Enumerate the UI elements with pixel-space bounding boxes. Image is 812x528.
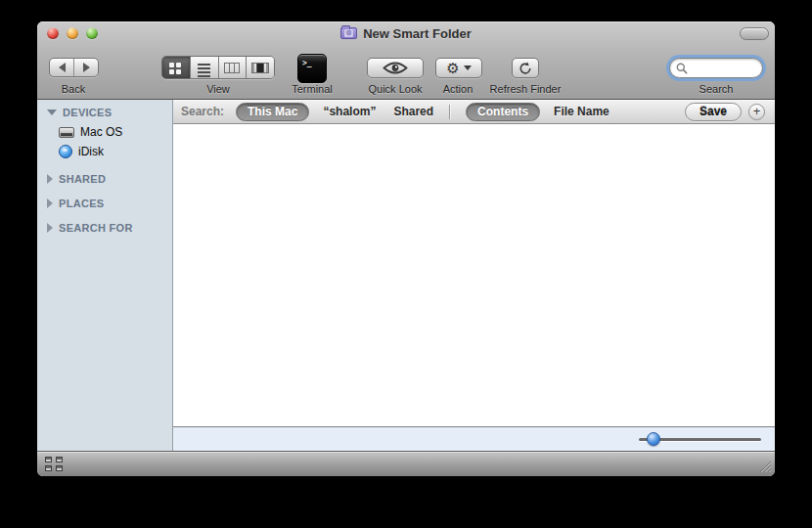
list-view-icon xyxy=(198,64,210,66)
quick-look-button[interactable] xyxy=(367,58,424,78)
chevron-down-icon xyxy=(464,66,472,70)
search-input[interactable] xyxy=(692,63,756,74)
sidebar-section-places[interactable]: PLACES xyxy=(47,198,104,209)
sidebar-item-mac-os[interactable]: Mac OS xyxy=(59,125,122,139)
gear-icon: ⚙ xyxy=(446,61,459,75)
back-button[interactable] xyxy=(50,59,73,76)
scope-shalom-button[interactable]: “shalom” xyxy=(323,105,376,118)
sidebar-section-shared[interactable]: SHARED xyxy=(47,173,106,185)
refresh-finder-label: Refresh Finder xyxy=(490,83,562,95)
finder-window: ⚙ New Smart Folder Back View >_ Terminal xyxy=(37,22,775,476)
back-arrow-icon xyxy=(59,63,66,72)
forward-arrow-icon xyxy=(83,63,90,72)
list-view-button[interactable] xyxy=(190,57,218,78)
window-title: New Smart Folder xyxy=(363,26,472,41)
smart-folder-icon: ⚙ xyxy=(340,27,357,39)
eye-icon xyxy=(383,62,408,74)
search-results-pane[interactable] xyxy=(173,124,775,426)
sidebar-section-label: SEARCH FOR xyxy=(59,222,133,234)
coverflow-view-icon xyxy=(251,63,269,73)
coverflow-view-button[interactable] xyxy=(246,57,274,78)
view-label: View xyxy=(206,83,230,95)
terminal-button[interactable]: >_ xyxy=(297,54,327,83)
forward-button[interactable] xyxy=(73,59,98,76)
icon-size-slider-track[interactable] xyxy=(639,438,761,441)
gear-emblem-icon: ⚙ xyxy=(344,29,353,37)
resize-handle[interactable] xyxy=(758,460,772,473)
column-view-icon xyxy=(224,63,240,73)
title-group: ⚙ New Smart Folder xyxy=(37,22,775,45)
sidebar-section-label: PLACES xyxy=(59,198,104,209)
back-forward-group xyxy=(49,58,99,77)
refresh-icon xyxy=(519,62,532,75)
add-criteria-button[interactable]: + xyxy=(748,104,765,120)
search-scope-bar: Search: This Mac “shalom” Shared Content… xyxy=(173,100,775,124)
grid-square-icon xyxy=(56,465,63,471)
disclosure-triangle-icon[interactable] xyxy=(47,198,53,208)
terminal-label: Terminal xyxy=(292,83,333,95)
grid-square-icon xyxy=(56,457,63,462)
idisk-icon xyxy=(59,145,72,158)
icon-grid-widget[interactable] xyxy=(45,457,65,471)
search-icon xyxy=(676,63,688,74)
scope-divider xyxy=(449,105,450,119)
column-view-button[interactable] xyxy=(218,57,247,78)
icon-view-button[interactable] xyxy=(162,57,190,78)
quick-look-label: Quick Look xyxy=(368,83,422,95)
sidebar-section-label: DEVICES xyxy=(63,107,112,118)
scope-this-mac-button[interactable]: This Mac xyxy=(236,103,309,121)
view-segmented-control xyxy=(161,56,275,79)
sidebar-section-search-for[interactable]: SEARCH FOR xyxy=(47,222,133,234)
save-button[interactable]: Save xyxy=(685,103,742,121)
search-label: Search xyxy=(699,83,734,95)
toolbar-toggle-capsule[interactable] xyxy=(740,27,769,40)
sidebar-item-label: iDisk xyxy=(78,145,104,158)
icon-size-bar xyxy=(173,426,775,451)
hard-drive-icon xyxy=(59,127,74,138)
search-scope-label: Search: xyxy=(181,105,224,118)
sidebar-item-label: Mac OS xyxy=(80,125,122,139)
icon-size-slider-thumb[interactable] xyxy=(647,432,660,446)
action-label: Action xyxy=(443,83,474,95)
action-button[interactable]: ⚙ xyxy=(435,58,482,78)
refresh-finder-button[interactable] xyxy=(512,58,539,78)
scope-shared-button[interactable]: Shared xyxy=(393,105,433,118)
icon-view-icon xyxy=(169,63,174,67)
toolbar-search-field[interactable] xyxy=(669,58,763,78)
disclosure-triangle-icon[interactable] xyxy=(47,110,57,115)
grid-square-icon xyxy=(45,465,52,471)
window-header: ⚙ New Smart Folder Back View >_ Terminal xyxy=(37,22,775,100)
disclosure-triangle-icon[interactable] xyxy=(47,174,53,184)
disclosure-triangle-icon[interactable] xyxy=(47,223,53,233)
title-bar[interactable]: ⚙ New Smart Folder xyxy=(37,22,775,45)
sidebar-section-label: SHARED xyxy=(59,173,106,185)
sidebar-section-devices[interactable]: DEVICES xyxy=(47,107,112,118)
attribute-contents-button[interactable]: Contents xyxy=(466,103,540,121)
attribute-file-name-button[interactable]: File Name xyxy=(554,105,609,118)
sidebar: DEVICES Mac OS iDisk SHARED PLACES SEARC… xyxy=(37,100,173,451)
sidebar-item-idisk[interactable]: iDisk xyxy=(59,145,104,158)
status-bar xyxy=(37,451,775,476)
grid-square-icon xyxy=(45,457,52,462)
back-label: Back xyxy=(62,83,85,95)
terminal-icon: >_ xyxy=(302,59,312,67)
